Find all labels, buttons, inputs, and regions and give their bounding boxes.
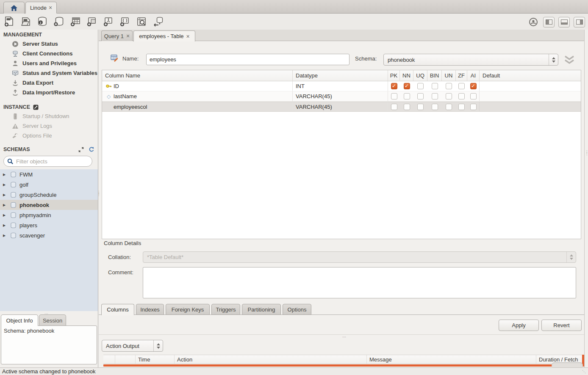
uq-checkbox[interactable]: ✓ xyxy=(417,83,424,89)
sidebar-item-users-privileges[interactable]: Users and Privileges xyxy=(0,58,98,68)
expander-icon[interactable]: ▶ xyxy=(3,203,7,207)
expander-icon[interactable]: ▶ xyxy=(3,193,7,197)
home-tab[interactable] xyxy=(3,2,25,14)
close-icon[interactable]: × xyxy=(126,33,130,39)
default-value-cell[interactable] xyxy=(480,81,581,91)
close-icon[interactable]: × xyxy=(186,33,190,39)
schema-row-FWM[interactable]: ▶ FWM xyxy=(0,169,98,179)
expand-panel-icon[interactable] xyxy=(78,147,84,152)
schema-row-scavenger[interactable]: ▶ scavenger xyxy=(0,230,98,240)
tab-columns[interactable]: Columns xyxy=(101,304,134,315)
toggle-sidebar-panel-button[interactable] xyxy=(543,17,555,28)
column-header-action[interactable]: Action xyxy=(175,355,367,364)
schema-row-groupSchedule[interactable]: ▶ groupSchedule xyxy=(0,190,98,200)
tab-employees-table[interactable]: employees - Table × xyxy=(133,30,195,41)
apply-button[interactable]: Apply xyxy=(499,320,539,331)
expander-icon[interactable]: ▶ xyxy=(3,173,7,176)
output-horizontal-splitter[interactable]: ⋯ xyxy=(99,334,584,339)
un-checkbox[interactable]: ✓ xyxy=(446,93,452,99)
nn-checkbox[interactable]: ✓ xyxy=(404,93,410,99)
sidebar-vertical-splitter[interactable]: ⋮⋮ xyxy=(97,191,100,196)
create-table-icon[interactable] xyxy=(69,16,81,28)
pk-checkbox[interactable]: ✓ xyxy=(391,104,397,110)
column-header-un[interactable]: UN xyxy=(442,70,456,81)
uq-checkbox[interactable]: ✓ xyxy=(417,93,424,99)
column-header-datatype[interactable]: Datatype xyxy=(293,70,388,81)
comment-textarea[interactable] xyxy=(143,267,576,298)
column-header-pk[interactable]: PK xyxy=(388,70,400,81)
default-value-cell[interactable] xyxy=(480,102,581,111)
spinner-icon[interactable] xyxy=(153,340,163,351)
expander-icon[interactable]: ▶ xyxy=(3,223,7,227)
sidebar-item-data-export[interactable]: Data Export xyxy=(0,78,98,88)
create-schema-icon[interactable] xyxy=(53,16,65,28)
sidebar-item-options-file[interactable]: Options File xyxy=(0,131,98,141)
zf-checkbox[interactable]: ✓ xyxy=(458,83,465,89)
sidebar-item-startup-shutdown[interactable]: Startup / Shutdown xyxy=(0,111,98,121)
refresh-schemas-icon[interactable] xyxy=(88,146,94,152)
spinner-icon[interactable] xyxy=(549,54,558,65)
action-output-selector[interactable]: Action Output xyxy=(102,340,163,352)
sidebar-item-status-system-variables[interactable]: Status and System Variables xyxy=(0,68,98,78)
column-header-bin[interactable]: BIN xyxy=(427,70,442,81)
pk-checkbox[interactable]: ✓ xyxy=(391,93,397,99)
un-checkbox[interactable]: ✓ xyxy=(446,104,452,110)
search-table-data-icon[interactable] xyxy=(136,16,147,28)
pk-checkbox[interactable]: ✓ xyxy=(391,83,397,89)
schema-row-players[interactable]: ▶ players xyxy=(0,220,98,230)
expander-icon[interactable]: ▶ xyxy=(3,213,7,217)
collation-dropdown[interactable]: *Table Default* xyxy=(143,251,576,263)
create-procedure-icon[interactable] xyxy=(103,16,114,28)
inspect-database-icon[interactable] xyxy=(36,16,48,28)
table-row-employeescol[interactable]: employeescol VARCHAR(45) ✓ ✓ ✓ ✓ ✓ ✓ ✓ xyxy=(102,102,581,112)
table-row-id[interactable]: ID INT ✓ ✓ ✓ ✓ ✓ ✓ ✓ xyxy=(102,81,581,91)
table-name-input[interactable] xyxy=(146,54,349,65)
column-header-uq[interactable]: UQ xyxy=(413,70,427,81)
right-panel-splitter[interactable]: ⋮⋮ xyxy=(584,30,588,367)
connection-tab[interactable]: Linode × xyxy=(25,2,57,14)
zf-checkbox[interactable]: ✓ xyxy=(458,93,465,99)
create-view-icon[interactable] xyxy=(86,16,98,28)
schema-row-golf[interactable]: ▶ golf xyxy=(0,179,98,190)
open-sql-script-icon[interactable] xyxy=(20,16,32,28)
tab-options[interactable]: Options xyxy=(283,304,311,315)
column-header-message[interactable]: Message xyxy=(367,355,536,364)
tab-object-info[interactable]: Object Info xyxy=(1,314,38,326)
ai-checkbox[interactable]: ✓ xyxy=(470,93,477,99)
create-function-icon[interactable] xyxy=(119,16,131,28)
tab-indexes[interactable]: Indexes xyxy=(136,304,164,315)
new-sql-editor-icon[interactable] xyxy=(3,16,15,28)
column-header-default[interactable]: Default xyxy=(480,70,581,81)
bin-checkbox[interactable]: ✓ xyxy=(432,93,438,99)
ai-checkbox[interactable]: ✓ xyxy=(470,83,477,89)
revert-button[interactable]: Revert xyxy=(541,320,582,331)
tab-triggers[interactable]: Triggers xyxy=(211,304,240,315)
table-row-lastname[interactable]: ◇ lastName VARCHAR(45) ✓ ✓ ✓ ✓ ✓ ✓ ✓ xyxy=(102,91,581,102)
un-checkbox[interactable]: ✓ xyxy=(446,83,452,89)
expander-icon[interactable]: ▶ xyxy=(3,234,7,237)
sidebar-item-data-import[interactable]: Data Import/Restore xyxy=(0,88,98,97)
schema-filter-input[interactable] xyxy=(16,158,91,165)
nn-checkbox[interactable]: ✓ xyxy=(404,83,410,89)
column-header-name[interactable]: Column Name xyxy=(102,70,293,81)
column-header-ai[interactable]: AI xyxy=(467,70,480,81)
tab-query-1[interactable]: Query 1 × xyxy=(101,30,133,41)
nn-checkbox[interactable]: ✓ xyxy=(404,104,410,110)
window-resize-grip[interactable]: ⋱ xyxy=(582,369,586,374)
sidebar-item-server-status[interactable]: Server Status xyxy=(0,39,98,49)
sidebar-horizontal-splitter[interactable]: ⋯ xyxy=(0,311,98,314)
sidebar-item-server-logs[interactable]: Server Logs xyxy=(0,121,98,131)
tab-session[interactable]: Session xyxy=(39,314,66,326)
default-value-cell[interactable] xyxy=(480,91,581,101)
zf-checkbox[interactable]: ✓ xyxy=(458,104,465,110)
expander-icon[interactable]: ▶ xyxy=(3,183,7,187)
ai-checkbox[interactable]: ✓ xyxy=(470,104,477,110)
column-header-time[interactable]: Time xyxy=(136,355,175,364)
toggle-bottom-panel-button[interactable] xyxy=(558,17,570,28)
column-header-zf[interactable]: ZF xyxy=(456,70,467,81)
schema-row-phonebook[interactable]: ▶ phonebook xyxy=(0,200,98,210)
bin-checkbox[interactable]: ✓ xyxy=(432,104,438,110)
schema-row-phpmyadmin[interactable]: ▶ phpmyadmin xyxy=(0,210,98,220)
tab-foreign-keys[interactable]: Foreign Keys xyxy=(166,304,210,315)
user-circle-icon[interactable] xyxy=(527,16,539,28)
